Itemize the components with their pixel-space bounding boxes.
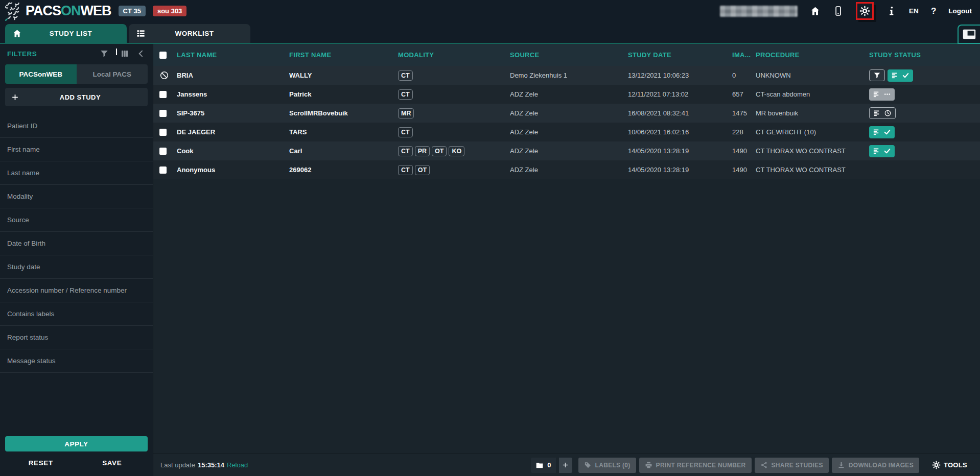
row-checkbox[interactable] [159, 129, 167, 136]
table-row-cook[interactable]: CookCarlCTPROTKOADZ Zele14/05/2020 13:28… [153, 141, 980, 160]
labels-0-button[interactable]: LABELS (0) [578, 458, 636, 473]
table-row-de-jaeger[interactable]: DE JAEGERTARSCTADZ Zele10/06/2021 16:02:… [153, 123, 980, 141]
cell-first-name: Carl [289, 147, 398, 155]
column-header-source[interactable]: SOURCE [510, 51, 628, 59]
row-checkbox[interactable] [159, 110, 167, 117]
gear-icon [932, 461, 941, 469]
cell-first-name: TARS [289, 128, 398, 136]
status-badge-report-check-teal[interactable] [869, 126, 895, 138]
filter-field-patient-id[interactable] [0, 114, 153, 138]
row-select-cell [153, 91, 177, 98]
column-header-procedure[interactable]: PROCEDURE [756, 51, 869, 59]
cell-study-status [869, 88, 980, 101]
add-study-button[interactable]: ADD STUDY [5, 88, 148, 106]
tools-button[interactable]: TOOLS [926, 458, 973, 473]
tab-study-list[interactable]: STUDY LIST [5, 24, 127, 43]
table-row-sip-3675[interactable]: SIP-3675ScrollMRBovebuikMRADZ Zele16/08/… [153, 104, 980, 123]
status-badge-filter-outline[interactable] [869, 69, 885, 81]
cell-study-date: 10/06/2021 16:02:16 [628, 128, 732, 136]
status-badge-report-check-teal[interactable] [888, 69, 913, 82]
save-filters-button[interactable]: SAVE [77, 459, 148, 467]
filter-input-first-name[interactable] [7, 146, 146, 153]
filter-input-contains-labels[interactable] [7, 310, 146, 318]
table-row-bria[interactable]: BRIAWALLYCTDemo Ziekenhuis 113/12/2021 1… [153, 66, 980, 85]
column-header-ima[interactable]: IMA... [732, 51, 756, 59]
filter-input-source[interactable] [7, 216, 146, 224]
select-all-checkbox[interactable] [159, 52, 167, 59]
row-checkbox[interactable] [159, 91, 167, 98]
source-tab-local-pacs[interactable]: Local PACS [77, 64, 148, 84]
folder-selection-button[interactable]: 0 [531, 458, 555, 473]
last-update-time: 15:35:14 [198, 461, 224, 469]
filter-input-modality[interactable] [7, 193, 146, 200]
filter-input-date-of-birth[interactable] [7, 240, 146, 247]
reset-filters-button[interactable]: RESET [5, 459, 77, 467]
filter-field-message-status[interactable] [0, 349, 153, 373]
top-bar-actions: EN ? Logout [720, 2, 972, 20]
tab-worklist[interactable]: WORKLIST [129, 24, 250, 43]
filter-field-accession-number-reference-number[interactable] [0, 279, 153, 302]
reload-link[interactable]: Reload [227, 461, 248, 469]
download-images-button[interactable]: DOWNLOAD IMAGES [832, 458, 919, 473]
status-badge-report-ellipsis-gray[interactable] [869, 88, 895, 101]
cell-last-name: DE JAEGER [177, 128, 289, 136]
add-to-folder-button[interactable] [559, 458, 572, 473]
column-header-modality[interactable]: MODALITY [398, 51, 510, 59]
filter-field-contains-labels[interactable] [0, 302, 153, 326]
info-icon[interactable] [886, 6, 897, 16]
filter-input-study-date[interactable] [7, 263, 146, 271]
cell-modality: CT [398, 70, 510, 81]
filter-field-date-of-birth[interactable] [0, 232, 153, 255]
share-studies-button[interactable]: SHARE STUDIES [755, 458, 829, 473]
print-reference-number-button[interactable]: PRINT REFERENCE NUMBER [639, 458, 752, 473]
filter-field-first-name[interactable] [0, 138, 153, 161]
help-button[interactable]: ? [931, 6, 936, 16]
status-badge-report-check-teal[interactable] [869, 145, 895, 157]
cell-source: ADZ Zele [510, 166, 628, 174]
filter-input-message-status[interactable] [7, 357, 146, 365]
settings-gear-icon[interactable] [859, 6, 870, 16]
column-header-study-date[interactable]: STUDY DATE [628, 51, 732, 59]
filter-input-patient-id[interactable] [7, 122, 146, 130]
logout-button[interactable]: Logout [948, 7, 972, 15]
filter-field-modality[interactable] [0, 185, 153, 208]
row-checkbox[interactable] [159, 148, 167, 155]
cell-source: ADZ Zele [510, 147, 628, 155]
filter-funnel-icon[interactable] [100, 49, 109, 58]
cell-source: ADZ Zele [510, 90, 628, 98]
filters-header: FILTERS [0, 44, 153, 62]
column-header-last-name[interactable]: LAST NAME [177, 51, 289, 59]
row-checkbox[interactable] [159, 166, 167, 174]
cell-modality: MR [398, 108, 510, 118]
collapse-sidebar-chevron-icon[interactable] [136, 49, 146, 58]
tab-label: STUDY LIST [22, 30, 120, 37]
tools-label: TOOLS [944, 461, 967, 469]
check-icon [883, 128, 891, 136]
status-badge-report-clock-outline[interactable] [869, 107, 896, 119]
cell-modality: CTOT [398, 165, 510, 175]
filter-field-last-name[interactable] [0, 161, 153, 185]
filter-field-source[interactable] [0, 208, 153, 232]
side-panel-toggle-button[interactable] [958, 25, 980, 44]
filter-input-last-name[interactable] [7, 169, 146, 177]
language-selector[interactable]: EN [909, 7, 919, 15]
check-icon [902, 72, 909, 79]
column-header-first-name[interactable]: FIRST NAME [289, 51, 398, 59]
home-icon[interactable] [810, 6, 821, 16]
cell-images: 0 [732, 72, 756, 79]
apply-filters-button[interactable]: APPLY [5, 436, 148, 451]
table-row-janssens[interactable]: JanssensPatrickCTADZ Zele12/11/2021 07:1… [153, 85, 980, 104]
mobile-app-icon[interactable] [833, 6, 844, 16]
app-title: PACSONWEB [26, 3, 111, 19]
modality-chip-ct: CT [398, 165, 413, 175]
filter-field-report-status[interactable] [0, 326, 153, 349]
columns-icon[interactable] [120, 49, 129, 58]
cell-last-name: Janssens [177, 90, 289, 98]
table-row-anonymous[interactable]: Anonymous269062CTOTADZ Zele14/05/2020 13… [153, 160, 980, 179]
column-header-study-status[interactable]: STUDY STATUS [869, 51, 980, 59]
filter-field-study-date[interactable] [0, 255, 153, 279]
report-icon [873, 90, 880, 98]
filter-input-report-status[interactable] [7, 334, 146, 341]
filter-input-accession-number-reference-number[interactable] [7, 287, 146, 294]
source-tab-pacsonweb[interactable]: PACSonWEB [5, 64, 77, 84]
